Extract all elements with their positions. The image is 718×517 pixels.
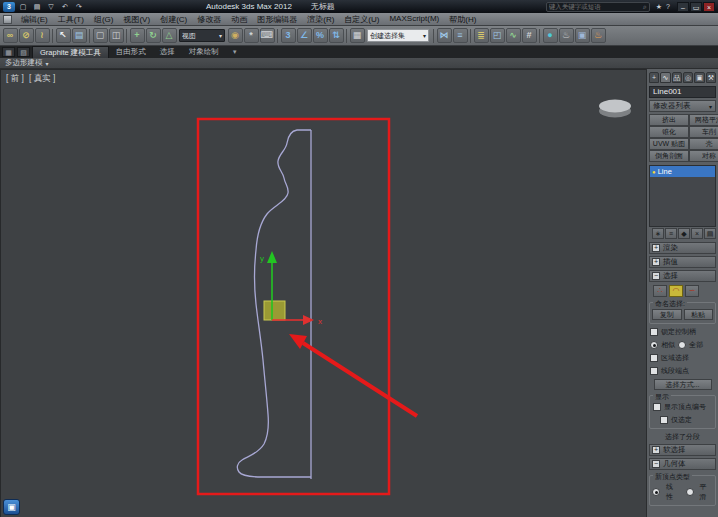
percent-snap-icon[interactable]: %: [313, 28, 328, 43]
chevron-down-icon[interactable]: ▾: [46, 60, 49, 67]
modifier-stack[interactable]: ● Line: [649, 165, 716, 227]
show-vertex-numbers-checkbox[interactable]: 显示顶点编号: [652, 402, 713, 412]
viewport-view-menu[interactable]: [ 前 ]: [6, 73, 24, 85]
rollout-interpolation[interactable]: + 插值: [649, 256, 716, 268]
expand-icon[interactable]: +: [652, 446, 660, 454]
edit-named-selections-icon[interactable]: ▦: [350, 28, 365, 43]
named-selection-sets-combo[interactable]: 创建选择集▾: [367, 29, 429, 42]
select-and-move-icon[interactable]: +: [130, 28, 145, 43]
select-object-icon[interactable]: ↖: [56, 28, 71, 43]
smooth-vertex-radio[interactable]: [686, 488, 694, 496]
menu-item-4[interactable]: 创建(C): [155, 14, 192, 25]
select-and-scale-icon[interactable]: △: [162, 28, 177, 43]
meshsmooth-modifier-button[interactable]: 网格平滑: [689, 114, 718, 126]
curve-editor-icon[interactable]: ∿: [506, 28, 521, 43]
spinner-snap-icon[interactable]: ⇅: [329, 28, 344, 43]
window-crossing-icon[interactable]: ◫: [109, 28, 124, 43]
maximize-button[interactable]: ▭: [690, 2, 702, 12]
motion-tab[interactable]: ◎: [683, 72, 693, 83]
lock-handles-checkbox[interactable]: 锁定控制柄: [649, 327, 716, 337]
menu-item-1[interactable]: 工具(T): [53, 14, 89, 25]
graphite-toggle-icon[interactable]: ◰: [490, 28, 505, 43]
menu-item-8[interactable]: 渲染(R): [302, 14, 339, 25]
all-radio[interactable]: [678, 341, 686, 349]
segment-subobject-icon[interactable]: ◠: [669, 285, 683, 297]
object-name-field[interactable]: Line001: [649, 86, 716, 98]
select-and-rotate-icon[interactable]: ↻: [146, 28, 161, 43]
ribbon-config-icon[interactable]: ▧: [17, 47, 30, 57]
help-icon[interactable]: ?: [666, 3, 670, 11]
area-selection-checkbox[interactable]: 区域选择: [649, 353, 716, 363]
show-end-result-icon[interactable]: ≡: [665, 228, 677, 239]
checkbox-icon[interactable]: [653, 403, 661, 411]
display-tab[interactable]: ▣: [694, 72, 704, 83]
bottom-left-app-icon[interactable]: ▣: [3, 499, 20, 515]
save-file-icon[interactable]: ▽: [45, 2, 57, 12]
ribbon-tab-0[interactable]: Graphite 建模工具: [32, 46, 109, 58]
menu-item-6[interactable]: 动画: [226, 14, 252, 25]
star-icon[interactable]: ★: [656, 3, 662, 11]
schematic-view-icon[interactable]: #: [522, 28, 537, 43]
create-tab[interactable]: +: [649, 72, 659, 83]
gizmo-x-arrowhead[interactable]: [303, 315, 314, 325]
checkbox-icon[interactable]: [650, 367, 658, 375]
uvw-map-modifier-button[interactable]: UVW 贴图: [649, 138, 689, 150]
pin-stack-icon[interactable]: ∗: [652, 228, 664, 239]
align-icon[interactable]: ≡: [453, 28, 468, 43]
menu-item-0[interactable]: 编辑(E): [16, 14, 53, 25]
remove-modifier-icon[interactable]: ×: [691, 228, 703, 239]
linear-vertex-radio[interactable]: [652, 488, 660, 496]
ribbon-show-icon[interactable]: ▦: [2, 47, 15, 57]
menu-item-9[interactable]: 自定义(U): [339, 14, 384, 25]
use-pivot-center-icon[interactable]: ◉: [228, 28, 243, 43]
segment-end-checkbox[interactable]: 线段端点: [649, 366, 716, 376]
select-by-button[interactable]: 选择方式...: [654, 379, 712, 390]
mirror-icon[interactable]: ⋈: [437, 28, 452, 43]
stack-item-line[interactable]: ● Line: [650, 166, 715, 177]
taper-modifier-button[interactable]: 锥化: [649, 126, 689, 138]
undo-icon[interactable]: ↶: [59, 2, 71, 12]
symmetry-modifier-button[interactable]: 对称: [689, 150, 718, 162]
paste-button[interactable]: 粘贴: [684, 309, 714, 320]
select-and-manipulate-icon[interactable]: *: [244, 28, 259, 43]
rollout-selection[interactable]: − 选择: [649, 270, 716, 282]
reference-coordinate-combo[interactable]: 视图▾: [179, 29, 225, 42]
menu-logo-icon[interactable]: [3, 15, 12, 24]
modifier-list-dropdown[interactable]: 修改器列表 ▾: [649, 100, 716, 112]
rollout-rendering[interactable]: + 渲染: [649, 242, 716, 254]
shell-modifier-button[interactable]: 壳: [689, 138, 718, 150]
new-scene-icon[interactable]: ▢: [17, 2, 29, 12]
unlink-selection-icon[interactable]: ⊘: [19, 28, 34, 43]
expand-icon[interactable]: +: [652, 258, 660, 266]
menu-item-10[interactable]: MAXScript(M): [384, 14, 444, 25]
viewport-shading-menu[interactable]: [ 真实 ]: [29, 73, 55, 85]
ribbon-tab-3[interactable]: 对象绘制: [182, 46, 226, 58]
viewport[interactable]: [ 前 ] [ 真实 ] y x ▣: [0, 69, 646, 517]
rollout-soft-selection[interactable]: + 软选择: [649, 444, 716, 456]
collapse-icon[interactable]: −: [652, 272, 660, 280]
rendered-frame-icon[interactable]: ▣: [575, 28, 590, 43]
polygon-modeling-label[interactable]: 多边形建模: [5, 58, 43, 68]
search-input[interactable]: [549, 3, 643, 10]
material-editor-icon[interactable]: ●: [543, 28, 558, 43]
search-icon[interactable]: ⌕: [643, 3, 647, 11]
selected-only-checkbox[interactable]: 仅选定: [652, 415, 713, 425]
ribbon-tab-2[interactable]: 选择: [153, 46, 182, 58]
bevel-profile-modifier-button[interactable]: 倒角剖面: [649, 150, 689, 162]
minimize-button[interactable]: –: [677, 2, 689, 12]
gizmo-plane-handle[interactable]: [264, 301, 285, 320]
make-unique-icon[interactable]: ◆: [678, 228, 690, 239]
angle-snap-icon[interactable]: ∠: [297, 28, 312, 43]
menu-item-11[interactable]: 帮助(H): [444, 14, 481, 25]
ribbon-collapse-icon[interactable]: ▼: [232, 49, 238, 55]
open-file-icon[interactable]: ▤: [31, 2, 43, 12]
menu-item-5[interactable]: 修改器: [192, 14, 226, 25]
ribbon-tab-1[interactable]: 自由形式: [109, 46, 153, 58]
bind-to-space-warp-icon[interactable]: ≀: [35, 28, 50, 43]
close-button[interactable]: ×: [703, 2, 715, 12]
lathe-modifier-button[interactable]: 车削: [689, 126, 718, 138]
render-setup-icon[interactable]: ♨: [559, 28, 574, 43]
utilities-tab[interactable]: ⚒: [706, 72, 716, 83]
viewport-canvas[interactable]: y x: [1, 70, 647, 517]
modify-tab[interactable]: ∿: [660, 72, 670, 83]
